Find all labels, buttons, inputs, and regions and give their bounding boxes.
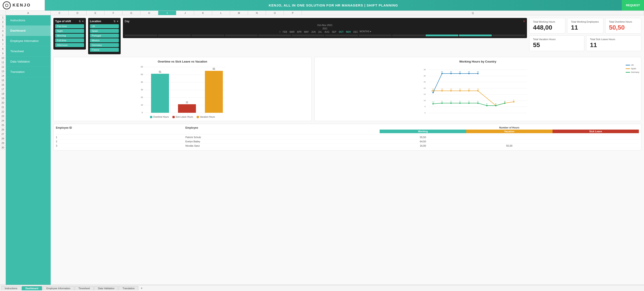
tab-dashboard[interactable]: Dashboard: [22, 286, 42, 290]
td-vacation-2: [466, 140, 552, 143]
month-may[interactable]: MAY: [303, 30, 310, 34]
day-filter: Day ✕ Oct-Nov 2021 2021 I FEB MAR APR MA…: [123, 18, 527, 38]
sidebar-item-dashboard[interactable]: Dashboard: [6, 26, 51, 36]
svg-text:8: 8: [468, 100, 470, 102]
row-27: 27: [0, 132, 6, 136]
bar-oct: [426, 34, 458, 36]
stat-overtime: Total Overtime Hours 50,50: [605, 18, 641, 34]
sidebar-item-translation[interactable]: Translation: [6, 67, 51, 77]
legend-vacation: Vacation Hours: [197, 116, 215, 118]
location-title: Location ⇅ ▼: [90, 20, 119, 23]
month-sep[interactable]: SEP: [331, 30, 337, 34]
point-ger-5: [477, 102, 478, 104]
location-filter-sort-icon[interactable]: ⇅: [114, 20, 116, 23]
bar-apr: [225, 34, 258, 36]
sidebar-item-data-validation[interactable]: Data Validation: [6, 56, 51, 67]
sidebar-item-instructions[interactable]: Instructions: [6, 15, 51, 26]
bar-nov: [459, 34, 492, 36]
shift-item-afternoon[interactable]: Afternoon: [55, 43, 84, 47]
td-id-1: 1: [56, 136, 186, 138]
th-employee-id: Employee ID: [56, 126, 186, 133]
month-feb[interactable]: FEB: [282, 30, 288, 34]
tab-data-validation[interactable]: Data Validation: [94, 286, 118, 290]
row-4: 4: [0, 29, 6, 33]
td-hours-3: 16,00 55,00: [380, 144, 639, 147]
tab-timesheet[interactable]: Timesheet: [75, 286, 94, 290]
location-item-spain[interactable]: Spain: [90, 29, 119, 33]
location-item-france[interactable]: France: [90, 48, 119, 52]
charts-row: Overtime vs Sick Leave vs Vacation 0 10 …: [53, 57, 641, 121]
sidebar-item-employee-info[interactable]: Employee Information: [6, 36, 51, 46]
month-jul[interactable]: JUL: [317, 30, 323, 34]
day-filter-icon[interactable]: ✕: [523, 20, 525, 23]
employee-table: Employee ID Employee Number of Hours Wor…: [53, 124, 641, 150]
col-header-o: O: [266, 11, 284, 15]
bar-jun: [292, 34, 324, 36]
month-jun[interactable]: JUN: [310, 30, 316, 34]
line-spain: [433, 91, 514, 106]
point-spain-1: [441, 90, 443, 92]
shift-item-fulltime[interactable]: Full time: [55, 38, 84, 42]
shift-filter-funnel-icon[interactable]: ▼: [82, 20, 84, 23]
legend-dot-overtime: [150, 116, 152, 118]
shift-filter-sort-icon[interactable]: ⇅: [79, 20, 81, 23]
svg-text:32: 32: [477, 71, 479, 73]
month-oct[interactable]: OCT: [338, 30, 344, 34]
row-num-col: 1 2 3 4 5 6 7 8 9 10 11 12 13 14 15 16 1…: [0, 15, 6, 285]
location-item-uk[interactable]: UK: [90, 24, 119, 28]
point-ger-2: [450, 102, 452, 104]
stat-working-employees-label: Total Working Employees: [571, 20, 600, 23]
col-header-j: J: [176, 11, 194, 15]
month-nov[interactable]: NOV: [345, 30, 352, 34]
tab-employee-info[interactable]: Employee Information: [42, 286, 74, 290]
month-apr[interactable]: APR: [296, 30, 303, 34]
location-item-portugal[interactable]: Portugal: [90, 34, 119, 38]
stat-overtime-label: Total Overtime Hours: [609, 20, 638, 23]
row-2: 2: [0, 20, 6, 24]
line-chart-card: Working Hours by Country 0 5 10 15 20 25…: [314, 57, 641, 121]
point-uk-5: [477, 73, 478, 74]
location-item-germany[interactable]: Germany: [90, 43, 119, 47]
sidebar-item-timesheet[interactable]: Timesheet: [6, 46, 51, 56]
stat-working-hours-label: Total Working Hours: [533, 20, 562, 23]
location-filter-funnel-icon[interactable]: ▼: [116, 20, 119, 23]
logo-inner-circle: [5, 4, 8, 7]
location-item-mexico[interactable]: Mexico: [90, 38, 119, 42]
shift-item-night[interactable]: Night: [55, 29, 84, 33]
legend-uk: UK: [626, 64, 639, 66]
legend-overtime: Overtime Hours: [150, 116, 169, 118]
col-header-ab: A: [6, 11, 51, 15]
row-28: 28: [0, 136, 6, 141]
month-mar[interactable]: MAR: [288, 30, 295, 34]
header-title: KENJO, ALL IN ONE SOLUTION FOR HR MANAGE…: [269, 3, 398, 7]
month-dec[interactable]: DEC: [352, 30, 359, 34]
months-toggle[interactable]: MONTHS ▾: [360, 30, 371, 34]
svg-text:32: 32: [450, 71, 452, 73]
legend-line-uk: [626, 65, 630, 66]
tab-translation[interactable]: Translation: [118, 286, 138, 290]
top-bar: KENJO KENJO, ALL IN ONE SOLUTION FOR HR …: [0, 0, 644, 11]
bar-mar: [192, 34, 224, 36]
month-i[interactable]: I: [279, 30, 281, 34]
stat-working-employees: Total Working Employees 11: [567, 18, 603, 34]
row-11: 11: [0, 60, 6, 64]
svg-text:18: 18: [441, 88, 443, 90]
shift-type-title: Type of shift ⇅ ▼: [55, 20, 84, 23]
stat-sick-leave-label: Total Sick Leave Hours: [590, 38, 638, 40]
col-header-n: N: [248, 11, 266, 15]
svg-text:7,5: 7,5: [432, 101, 434, 103]
tab-instructions[interactable]: Instructions: [1, 286, 21, 290]
line-chart-title: Working Hours by Country: [317, 60, 638, 63]
month-aug[interactable]: AUG: [324, 30, 330, 34]
bar-vacation: [205, 71, 223, 113]
col-header-k: K: [194, 11, 212, 15]
request-button[interactable]: REQUEST: [622, 0, 644, 10]
td-working-2: 64,50: [380, 140, 466, 143]
shift-item-parttime[interactable]: Part time: [55, 24, 84, 28]
row-25: 25: [0, 123, 6, 127]
shift-item-morning[interactable]: Morning: [55, 34, 84, 38]
svg-text:6: 6: [486, 103, 488, 105]
tab-add-button[interactable]: +: [139, 286, 144, 290]
stat-vacation-value: 55: [533, 42, 580, 49]
row-3: 3: [0, 24, 6, 29]
